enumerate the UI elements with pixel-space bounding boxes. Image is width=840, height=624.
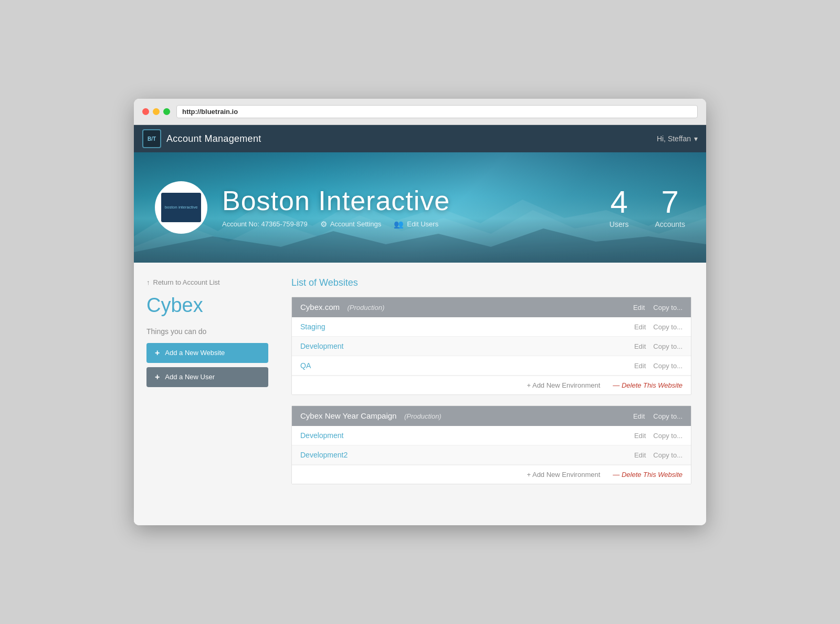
logo-company-text: boston interactive bbox=[165, 205, 198, 210]
development-copy-link[interactable]: Copy to... bbox=[653, 342, 682, 350]
logo-text: B/T bbox=[148, 136, 156, 142]
hero-banner: boston interactive Boston Interactive Ac… bbox=[134, 152, 706, 263]
users-count: 4 bbox=[610, 186, 629, 218]
add-website-label: Add a New Website bbox=[165, 349, 225, 357]
cybex-edit-link[interactable]: Edit bbox=[633, 304, 645, 311]
url-domain: bluetrain.io bbox=[201, 108, 238, 116]
edit-users-label: Edit Users bbox=[407, 220, 438, 228]
plus-icon: + bbox=[155, 348, 160, 358]
cybex-tag: (Production) bbox=[347, 304, 384, 311]
env-name-staging[interactable]: Staging bbox=[300, 323, 634, 331]
list-of-websites-title: List of Websites bbox=[291, 277, 691, 288]
hero-content: boston interactive Boston Interactive Ac… bbox=[155, 181, 685, 234]
account-settings-label: Account Settings bbox=[330, 220, 382, 228]
cybex-header-actions: Edit Copy to... bbox=[633, 304, 682, 311]
website-block-cybex-campaign: Cybex New Year Campaign (Production) Edi… bbox=[291, 405, 691, 484]
env-row-campaign-development: Development Edit Copy to... bbox=[292, 426, 691, 445]
campaign-footer: + Add New Environment — Delete This Webs… bbox=[292, 465, 691, 484]
website-name-cybex: Cybex.com (Production) bbox=[300, 303, 384, 312]
content-panel: List of Websites Cybex.com (Production) … bbox=[281, 263, 706, 525]
main-content: ↑ Return to Account List Cybex Things yo… bbox=[134, 263, 706, 525]
hero-meta: Account No: 47365-759-879 ⚙ Account Sett… bbox=[222, 220, 610, 229]
cybex-name: Cybex.com bbox=[300, 303, 340, 311]
env-name-development[interactable]: Development bbox=[300, 342, 634, 350]
dropdown-icon: ▾ bbox=[694, 134, 698, 143]
cybex-copy-link[interactable]: Copy to... bbox=[653, 304, 682, 311]
user-menu[interactable]: Hi, Steffan ▾ bbox=[657, 134, 698, 143]
gear-icon: ⚙ bbox=[320, 220, 327, 229]
hero-stats: 4 Users 7 Accounts bbox=[610, 186, 685, 228]
traffic-lights bbox=[142, 108, 170, 115]
plus-icon-2: + bbox=[155, 372, 160, 382]
campaign-dev-edit-link[interactable]: Edit bbox=[634, 432, 646, 440]
add-user-label: Add a New User bbox=[165, 373, 215, 381]
campaign-header-actions: Edit Copy to... bbox=[633, 412, 682, 420]
users-icon: 👥 bbox=[394, 220, 404, 229]
minimize-button[interactable] bbox=[153, 108, 160, 115]
account-settings-link[interactable]: ⚙ Account Settings bbox=[320, 220, 382, 229]
env-row-qa: QA Edit Copy to... bbox=[292, 356, 691, 376]
env-actions-development: Edit Copy to... bbox=[634, 342, 682, 350]
close-button[interactable] bbox=[142, 108, 149, 115]
staging-copy-link[interactable]: Copy to... bbox=[653, 323, 682, 331]
env-actions-campaign-dev: Edit Copy to... bbox=[634, 432, 682, 440]
sidebar-account-name: Cybex bbox=[146, 295, 268, 317]
add-new-environment-link-1[interactable]: + Add New Environment bbox=[527, 381, 600, 389]
delete-website-link-1[interactable]: — Delete This Website bbox=[613, 381, 682, 389]
website-header-campaign: Cybex New Year Campaign (Production) Edi… bbox=[292, 406, 691, 426]
app-header-left: B/T Account Management bbox=[142, 129, 261, 148]
env-actions-staging: Edit Copy to... bbox=[634, 323, 682, 331]
url-prefix: http:// bbox=[182, 108, 201, 116]
campaign-edit-link[interactable]: Edit bbox=[633, 412, 645, 420]
browser-window: http://bluetrain.io B/T Account Manageme… bbox=[134, 99, 706, 525]
greeting-text: Hi, Steffan bbox=[657, 134, 691, 143]
campaign-dev2-edit-link[interactable]: Edit bbox=[634, 451, 646, 459]
company-name: Boston Interactive bbox=[222, 186, 610, 216]
campaign-copy-link[interactable]: Copy to... bbox=[653, 412, 682, 420]
qa-copy-link[interactable]: Copy to... bbox=[653, 362, 682, 370]
campaign-tag: (Production) bbox=[404, 412, 442, 420]
env-row-development: Development Edit Copy to... bbox=[292, 337, 691, 356]
edit-users-link[interactable]: 👥 Edit Users bbox=[394, 220, 438, 229]
cybex-footer: + Add New Environment — Delete This Webs… bbox=[292, 376, 691, 394]
env-row-campaign-development2: Development2 Edit Copy to... bbox=[292, 445, 691, 465]
accounts-label: Accounts bbox=[655, 220, 685, 228]
add-new-user-button[interactable]: + Add a New User bbox=[146, 367, 268, 387]
app-logo: B/T bbox=[142, 129, 161, 148]
hero-info: Boston Interactive Account No: 47365-759… bbox=[222, 186, 610, 228]
things-you-can-do-label: Things you can do bbox=[146, 327, 268, 336]
website-name-campaign: Cybex New Year Campaign (Production) bbox=[300, 411, 442, 421]
back-arrow-icon: ↑ bbox=[146, 278, 150, 286]
accounts-count: 7 bbox=[655, 186, 685, 218]
campaign-dev-copy-link[interactable]: Copy to... bbox=[653, 432, 682, 440]
browser-chrome: http://bluetrain.io bbox=[134, 99, 706, 125]
env-name-campaign-dev[interactable]: Development bbox=[300, 431, 634, 440]
users-label: Users bbox=[610, 220, 629, 228]
maximize-button[interactable] bbox=[163, 108, 170, 115]
staging-edit-link[interactable]: Edit bbox=[634, 323, 646, 331]
logo-inner: boston interactive bbox=[161, 193, 201, 222]
add-new-environment-link-2[interactable]: + Add New Environment bbox=[527, 471, 600, 479]
return-to-list-link[interactable]: ↑ Return to Account List bbox=[146, 278, 268, 286]
sidebar: ↑ Return to Account List Cybex Things yo… bbox=[134, 263, 281, 525]
development-edit-link[interactable]: Edit bbox=[634, 342, 646, 350]
env-name-campaign-dev2[interactable]: Development2 bbox=[300, 451, 634, 459]
return-label: Return to Account List bbox=[153, 278, 220, 286]
campaign-dev2-copy-link[interactable]: Copy to... bbox=[653, 451, 682, 459]
qa-edit-link[interactable]: Edit bbox=[634, 362, 646, 370]
url-bar[interactable]: http://bluetrain.io bbox=[176, 105, 698, 118]
account-number: Account No: 47365-759-879 bbox=[222, 220, 308, 228]
app-header: B/T Account Management Hi, Steffan ▾ bbox=[134, 125, 706, 152]
env-row-staging: Staging Edit Copy to... bbox=[292, 317, 691, 337]
env-name-qa[interactable]: QA bbox=[300, 361, 634, 370]
env-actions-qa: Edit Copy to... bbox=[634, 362, 682, 370]
app-title: Account Management bbox=[166, 133, 261, 144]
campaign-name: Cybex New Year Campaign bbox=[300, 411, 396, 420]
company-logo: boston interactive bbox=[155, 181, 207, 234]
add-new-website-button[interactable]: + Add a New Website bbox=[146, 343, 268, 363]
users-stat: 4 Users bbox=[610, 186, 629, 228]
env-actions-campaign-dev2: Edit Copy to... bbox=[634, 451, 682, 459]
website-block-cybex: Cybex.com (Production) Edit Copy to... S… bbox=[291, 297, 691, 395]
accounts-stat: 7 Accounts bbox=[655, 186, 685, 228]
delete-website-link-2[interactable]: — Delete This Website bbox=[613, 471, 682, 479]
